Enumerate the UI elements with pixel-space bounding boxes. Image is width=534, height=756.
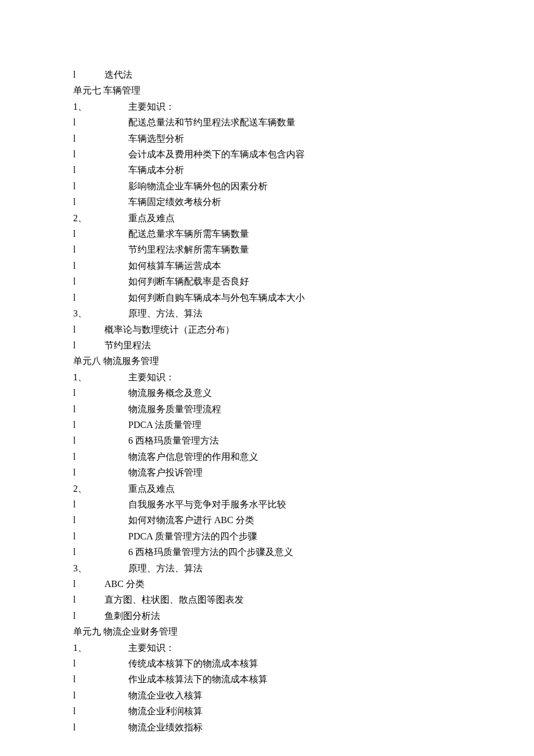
text-line: 直方图、柱状图、散点图等图表发	[73, 592, 464, 607]
line-text: PDCA 质量管理方法的四个步骤	[128, 531, 257, 541]
text-line: 配送总量法和节约里程法求配送车辆数量	[73, 114, 464, 130]
text-line: 鱼刺图分析法	[73, 608, 464, 624]
text-line: 物流服务概念及意义	[73, 385, 464, 401]
line-text: 传统成本核算下的物流成本核算	[128, 658, 258, 668]
line-text: 车辆选型分析	[128, 134, 184, 143]
text-line: 影响物流企业车辆外包的因素分析	[73, 178, 464, 194]
line-text: 原理、方法、算法	[128, 563, 203, 573]
line-text: 如何对物流客户进行 ABC 分类	[128, 515, 254, 525]
text-line: 迭代法	[73, 67, 464, 82]
text-line: 物流客户信息管理的作用和意义	[73, 449, 464, 465]
text-line: 节约里程法求解所需车辆数量	[73, 242, 464, 257]
line-text: 自我服务水平与竞争对手服务水平比较	[128, 499, 286, 509]
line-number: 3、	[73, 305, 128, 321]
line-number: 2、	[73, 210, 128, 226]
section-title: 单元九 物流企业财务管理	[73, 627, 178, 636]
line-text: 配送总量求车辆所需车辆数量	[128, 229, 249, 239]
text-line: 如何判断车辆配载率是否良好	[73, 273, 464, 289]
text-line: 6 西格玛质量管理方法	[73, 433, 464, 448]
section-title: 单元七 车辆管理	[73, 85, 140, 95]
text-line: 单元九 物流企业财务管理	[73, 624, 464, 639]
line-text: 节约里程法	[104, 340, 151, 350]
line-text: 物流企业收入核算	[128, 690, 203, 700]
text-line: 物流企业利润核算	[73, 703, 464, 719]
text-line: 如何核算车辆运营成本	[73, 258, 464, 273]
text-line: 车辆成本分析	[73, 162, 464, 178]
line-text: 物流服务质量管理流程	[128, 404, 221, 414]
text-line: 传统成本核算下的物流成本核算	[73, 656, 464, 671]
line-text: 车辆固定绩效考核分析	[128, 197, 221, 207]
text-line: 1、主要知识：	[73, 640, 464, 656]
line-text: 配送总量法和节约里程法求配送车辆数量	[128, 117, 295, 127]
line-text: PDCA 法质量管理	[128, 420, 201, 430]
line-text: 如何判断车辆配载率是否良好	[128, 276, 249, 286]
text-line: 会计成本及费用种类下的车辆成本包含内容	[73, 146, 464, 162]
line-text: 物流客户投诉管理	[128, 467, 203, 477]
line-text: 原理、方法、算法	[128, 308, 203, 318]
text-line: 2、重点及难点	[73, 210, 464, 226]
text-line: PDCA 法质量管理	[73, 417, 464, 433]
text-line: 单元八 物流服务管理	[73, 353, 464, 369]
text-line: 如何判断自购车辆成本与外包车辆成本大小	[73, 290, 464, 305]
text-line: 节约里程法	[73, 337, 464, 353]
text-line: 自我服务水平与竞争对手服务水平比较	[73, 496, 464, 512]
line-text: 如何核算车辆运营成本	[128, 261, 221, 271]
line-text: 主要知识：	[128, 372, 175, 382]
line-number: 1、	[73, 369, 128, 385]
text-line: 单元七 车辆管理	[73, 82, 464, 98]
line-text: 物流客户信息管理的作用和意义	[128, 452, 258, 462]
text-line: 3、原理、方法、算法	[73, 305, 464, 321]
line-text: ABC 分类	[104, 579, 145, 589]
text-line: 车辆固定绩效考核分析	[73, 194, 464, 210]
line-text: 直方图、柱状图、散点图等图表发	[104, 595, 244, 604]
line-text: 重点及难点	[128, 213, 175, 223]
document-content: 迭代法单元七 车辆管理1、主要知识：配送总量法和节约里程法求配送车辆数量车辆选型…	[73, 67, 464, 735]
line-text: 概率论与数理统计（正态分布）	[104, 325, 234, 334]
line-text: 重点及难点	[128, 484, 175, 494]
line-text: 6 西格玛质量管理方法	[128, 435, 219, 445]
line-number: 1、	[73, 640, 128, 656]
line-text: 车辆成本分析	[128, 165, 184, 175]
line-number: 1、	[73, 99, 128, 114]
line-text: 主要知识：	[128, 102, 175, 111]
text-line: 配送总量求车辆所需车辆数量	[73, 226, 464, 242]
text-line: 3、原理、方法、算法	[73, 560, 464, 576]
text-line: ABC 分类	[73, 576, 464, 592]
line-text: 迭代法	[104, 70, 132, 80]
text-line: PDCA 质量管理方法的四个步骤	[73, 528, 464, 544]
line-text: 会计成本及费用种类下的车辆成本包含内容	[128, 149, 305, 159]
line-text: 节约里程法求解所需车辆数量	[128, 244, 249, 254]
line-text: 鱼刺图分析法	[104, 611, 160, 621]
text-line: 1、主要知识：	[73, 369, 464, 385]
text-line: 如何对物流客户进行 ABC 分类	[73, 512, 464, 528]
line-text: 物流服务概念及意义	[128, 388, 212, 398]
text-line: 概率论与数理统计（正态分布）	[73, 322, 464, 337]
text-line: 物流企业收入核算	[73, 687, 464, 703]
line-text: 物流企业绩效指标	[128, 722, 203, 732]
line-text: 如何判断自购车辆成本与外包车辆成本大小	[128, 293, 305, 303]
text-line: 车辆选型分析	[73, 131, 464, 146]
text-line: 作业成本核算法下的物流成本核算	[73, 671, 464, 687]
line-text: 影响物流企业车辆外包的因素分析	[128, 181, 268, 191]
line-number: 3、	[73, 560, 128, 576]
line-text: 物流企业利润核算	[128, 706, 203, 716]
line-text: 主要知识：	[128, 643, 175, 653]
line-text: 6 西格玛质量管理方法的四个步骤及意义	[128, 547, 293, 557]
text-line: 1、主要知识：	[73, 99, 464, 114]
text-line: 2、重点及难点	[73, 481, 464, 496]
line-number: 2、	[73, 481, 128, 496]
text-line: 物流服务质量管理流程	[73, 401, 464, 417]
line-text: 作业成本核算法下的物流成本核算	[128, 674, 268, 684]
text-line: 6 西格玛质量管理方法的四个步骤及意义	[73, 544, 464, 560]
text-line: 物流企业绩效指标	[73, 719, 464, 735]
text-line: 物流客户投诉管理	[73, 465, 464, 480]
section-title: 单元八 物流服务管理	[73, 356, 159, 366]
